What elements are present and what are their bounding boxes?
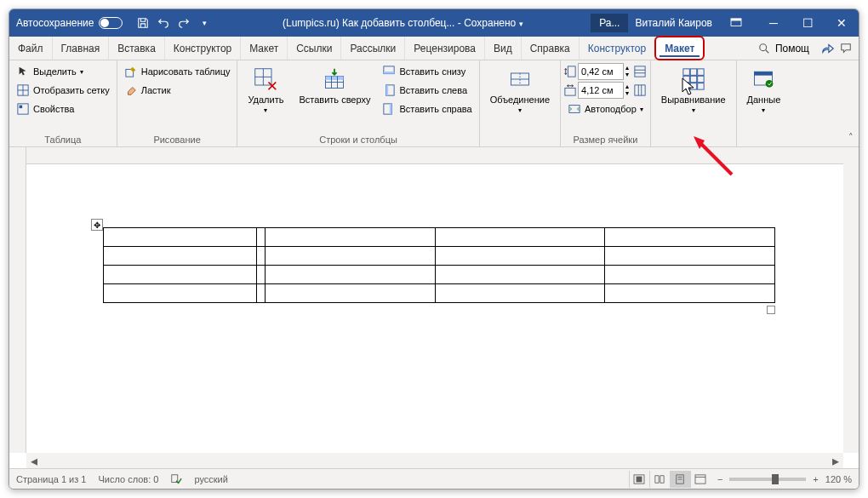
group-data-label — [740, 133, 788, 146]
comments-icon[interactable] — [840, 43, 852, 54]
language-indicator[interactable]: русский — [194, 474, 227, 484]
alignment-button[interactable]: Выравнивание ▾ — [654, 62, 733, 117]
insert-left-label: Вставить слева — [399, 85, 467, 95]
tab-design[interactable]: Конструктор — [165, 37, 241, 60]
svg-rect-38 — [683, 69, 689, 75]
maximize-button[interactable]: ☐ — [791, 9, 825, 37]
autosave-toggle[interactable] — [99, 17, 123, 29]
tab-layout[interactable]: Макет — [241, 37, 288, 60]
insert-right-icon — [382, 102, 396, 116]
distribute-rows-icon[interactable] — [634, 66, 646, 77]
undo-icon[interactable] — [155, 14, 172, 31]
username[interactable]: Виталий Каиров — [635, 17, 712, 29]
spellcheck-icon[interactable] — [170, 473, 182, 485]
word-count[interactable]: Число слов: 0 — [98, 474, 158, 484]
svg-rect-46 — [697, 83, 703, 89]
group-rowscols: Удалить ▾ Вставить сверху Вставить снизу… — [237, 60, 479, 146]
eraser-button[interactable]: Ластик — [121, 81, 234, 100]
tab-home[interactable]: Главная — [53, 37, 110, 60]
zoom-level[interactable]: 120 % — [825, 474, 852, 484]
document-table[interactable] — [103, 227, 775, 303]
zoom-in-button[interactable]: + — [813, 474, 818, 484]
table-move-handle[interactable]: ✥ — [91, 219, 103, 231]
draw-table-button[interactable]: Нарисовать таблицу — [121, 62, 234, 81]
search-label[interactable]: Помощ — [775, 43, 809, 54]
tab-file[interactable]: Файл — [9, 37, 53, 60]
properties-button[interactable]: Свойства — [13, 100, 113, 118]
data-button[interactable]: Данные ▾ — [740, 62, 788, 117]
select-button[interactable]: Выделить ▾ — [13, 62, 113, 81]
scrollbar-horizontal[interactable]: ◂ ▸ — [26, 453, 843, 468]
tab-insert[interactable]: Вставка — [109, 37, 165, 60]
view-print-icon[interactable] — [670, 471, 690, 488]
scroll-left-icon[interactable]: ◂ — [26, 453, 42, 468]
spinner-icon[interactable]: ▴▾ — [625, 65, 629, 78]
insert-above-icon — [321, 66, 348, 93]
autofit-button[interactable]: Автоподбор ▾ — [564, 100, 647, 118]
insert-below-label: Вставить снизу — [399, 66, 465, 77]
group-data: Данные ▾ — [737, 60, 791, 146]
zoom-out-button[interactable]: − — [717, 474, 722, 484]
svg-rect-37 — [569, 106, 580, 113]
svg-rect-44 — [683, 83, 689, 89]
dropdown-icon: ▾ — [692, 106, 695, 114]
gridlines-icon — [16, 83, 30, 97]
close-button[interactable]: ✕ — [825, 9, 859, 37]
account-short[interactable]: Ра... — [591, 14, 628, 32]
group-table: Выделить ▾ Отобразить сетку Свойства Таб… — [9, 60, 117, 146]
tab-table-layout[interactable]: Макет — [654, 36, 705, 60]
insert-above-button[interactable]: Вставить сверху — [292, 62, 377, 108]
title-right: Ра... Виталий Каиров — [587, 9, 757, 37]
gridlines-button[interactable]: Отобразить сетку — [13, 81, 113, 100]
view-web-icon[interactable] — [690, 471, 711, 488]
insert-left-button[interactable]: Вставить слева — [379, 81, 475, 100]
align-grid-icon — [680, 66, 707, 93]
tab-table-design[interactable]: Конструктор — [580, 37, 655, 60]
spinner-icon[interactable]: ▴▾ — [625, 83, 629, 97]
row-height-input[interactable] — [578, 63, 624, 80]
col-width-input[interactable] — [578, 82, 624, 99]
svg-point-2 — [760, 43, 767, 50]
search-icon[interactable] — [758, 43, 770, 54]
table-row — [104, 266, 775, 284]
ruler-vertical[interactable] — [9, 147, 26, 453]
qat-dropdown-icon[interactable]: ▾ — [196, 14, 213, 31]
ruler-horizontal[interactable] — [26, 147, 843, 164]
saved-dropdown-icon[interactable]: ▾ — [519, 20, 523, 28]
svg-point-49 — [766, 80, 774, 88]
delete-button[interactable]: Удалить ▾ — [241, 62, 290, 117]
ribbon-display-icon[interactable] — [719, 9, 753, 37]
redo-icon[interactable] — [175, 14, 192, 31]
zoom-slider[interactable] — [729, 478, 806, 481]
insert-right-button[interactable]: Вставить справа — [379, 100, 475, 118]
minimize-button[interactable]: ─ — [757, 9, 791, 37]
page[interactable]: ✥ — [43, 168, 826, 453]
view-focus-icon[interactable] — [629, 471, 649, 488]
table-resize-handle[interactable] — [767, 306, 775, 314]
distribute-cols-icon[interactable] — [634, 84, 646, 96]
save-icon[interactable] — [134, 14, 151, 31]
autosave-label: Автосохранение — [16, 17, 94, 29]
svg-rect-43 — [697, 76, 703, 82]
table-row — [104, 228, 775, 247]
scroll-track[interactable] — [42, 453, 828, 468]
svg-rect-29 — [568, 66, 575, 77]
tab-references[interactable]: Ссылки — [288, 37, 341, 60]
tab-mailings[interactable]: Рассылки — [341, 37, 405, 60]
title-center: (Lumpics.ru) Как добавить столбец... - С… — [218, 17, 587, 29]
tab-review[interactable]: Рецензирова — [405, 37, 485, 60]
svg-rect-45 — [690, 83, 696, 89]
col-width-icon — [564, 84, 576, 96]
scroll-right-icon[interactable]: ▸ — [828, 453, 843, 468]
collapse-ribbon-icon[interactable]: ˄ — [848, 132, 854, 143]
merge-button[interactable]: Объединение ▾ — [483, 62, 557, 117]
app-window: Автосохранение ▾ (Lumpics.ru) Как добави… — [9, 9, 859, 489]
saved-status[interactable]: Сохранено — [464, 17, 516, 29]
insert-below-button[interactable]: Вставить снизу — [379, 62, 475, 81]
view-read-icon[interactable] — [649, 471, 670, 488]
share-icon[interactable] — [821, 43, 835, 54]
tab-help[interactable]: Справка — [522, 37, 580, 60]
tab-view[interactable]: Вид — [485, 37, 522, 60]
page-indicator[interactable]: Страница 1 из 1 — [16, 474, 86, 484]
scrollbar-vertical[interactable] — [843, 147, 859, 453]
